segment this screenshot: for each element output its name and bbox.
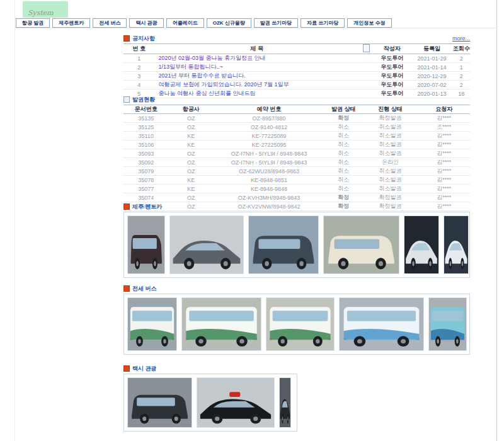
booking-cell: 35125 (123, 123, 169, 132)
notice-author: 우도투어 (373, 63, 411, 72)
taxi-photo[interactable] (197, 377, 275, 428)
van-photo[interactable] (127, 215, 165, 274)
suv-photo[interactable] (323, 215, 399, 274)
bus-photo[interactable] (181, 297, 261, 351)
notice-title-link[interactable]: 여행공제 보험에 가입되었습니다. 2020년 7월 1일부 (159, 81, 289, 88)
booking-row: 35074OZOZ-KVH3MH/8948-9843확정확정발권김**** (123, 193, 470, 202)
booking-col: 요청자 (418, 105, 471, 114)
rentcar-bullet-icon (123, 203, 130, 210)
booking-cell: 취소 (324, 132, 363, 140)
notice-title: 여행공제 보험에 가입되었습니다. 2020년 7월 1일부 (155, 81, 360, 89)
booking-cell: OZ (169, 158, 214, 167)
notice-title: 2020년 02월-03월 중나눔 휴가일정표 안내 (155, 54, 360, 63)
booking-cell: KE (169, 132, 214, 140)
main-nav: 항공 발권제주렌트카전세 버스택시 관광어클레이드OZK 신규물량발권 쓰기마당… (15, 18, 497, 28)
notice-header: 공지사항 more... (123, 35, 470, 42)
bus-photo[interactable] (339, 297, 424, 351)
booking-cell: 취소발권 (363, 149, 418, 158)
notice-title: 1/13일부터 통합됩니다..~ (155, 63, 360, 72)
booking-cell: 35079 (123, 167, 169, 176)
booking-row: 35110KEKE-77225089취소취소발권김**** (123, 132, 470, 140)
booking-cell: 김**** (418, 185, 471, 193)
sedan-photo[interactable] (279, 377, 291, 428)
bus-photo[interactable] (127, 297, 177, 351)
notice-title-link[interactable]: 2020년 02월-03월 중나눔 휴가일정표 안내 (159, 55, 266, 61)
nav-tab-2[interactable]: 제주렌트카 (52, 18, 90, 28)
nav-tab-9[interactable]: 개인정보 수정 (347, 18, 391, 28)
notice-no: 3 (123, 72, 155, 81)
notice-title-link[interactable]: 1/13일부터 통합됩니다..~ (159, 64, 223, 70)
booking-cell: OZ (169, 123, 214, 132)
booking-row: 35106KEKE-27225095취소취소발권김**** (123, 140, 470, 149)
notice-author: 우도투어 (373, 81, 411, 89)
notice-attach (359, 72, 373, 81)
booking-cell: 김**** (418, 193, 471, 202)
notice-row: 12020년 02월-03월 중나눔 휴가일정표 안내우도투어2021-01-2… (123, 54, 470, 63)
notice-no: 4 (123, 81, 155, 89)
nav-tab-5[interactable]: 어클레이드 (166, 18, 204, 28)
notice-date: 2021-01-29 (411, 54, 453, 63)
booking-cell: 확정 (324, 193, 363, 202)
booking-cell: 35093 (123, 149, 169, 158)
bus-header: 전세 버스 (123, 285, 470, 292)
rentcar-gallery (123, 212, 470, 278)
notice-author: 우도투어 (373, 54, 411, 63)
notice-views: 2 (453, 54, 471, 63)
notice-title-link[interactable]: 2021년 부터 통합수수료 받습니다. (159, 72, 246, 79)
sedan-photo[interactable] (404, 215, 439, 274)
taxi-header: 택시 관광 (123, 365, 470, 372)
booking-cell: KE (169, 176, 214, 185)
suv-photo[interactable] (248, 215, 319, 274)
bus-title: 전세 버스 (132, 285, 157, 293)
notice-section: 공지사항 more... 번 호 제 목 작성자 등록일 조회수 12020년 … (123, 35, 470, 98)
booking-cell: 확정발권 (363, 114, 418, 123)
booking-table-header: 문서번호항공사예약 번호발권 상태진행 상태요청자 (123, 105, 470, 114)
nav-tab-1[interactable]: 항공 발권 (16, 18, 50, 28)
booking-cell: 취소 (324, 167, 363, 176)
booking-cell: 취소 (324, 149, 363, 158)
booking-cell: 35074 (123, 193, 169, 202)
notice-views: 1 (453, 63, 471, 72)
nav-tab-8[interactable]: 자료 쓰기마당 (301, 18, 345, 28)
booking-cell: KE-8948-9851 (214, 176, 324, 185)
booking-row: 35092OZOZ-I7NH - 5IYL9I / 8948-9843취소온라인… (123, 158, 470, 167)
sedan-photo[interactable] (169, 215, 244, 274)
booking-cell: 취소발권 (363, 176, 418, 185)
nav-tab-4[interactable]: 택시 관광 (129, 18, 163, 28)
notice-table: 번 호 제 목 작성자 등록일 조회수 12020년 02월-03월 중나눔 휴… (123, 43, 470, 98)
suv-photo[interactable] (127, 377, 192, 428)
notice-row: 4여행공제 보험에 가입되었습니다. 2020년 7월 1일부우도투어2020-… (123, 81, 470, 89)
rentcar-title: 제주 렌트카 (132, 203, 163, 211)
nav-tab-7[interactable]: 발권 쓰기마당 (254, 18, 298, 28)
document-icon (363, 44, 370, 52)
bus-photo[interactable] (266, 297, 335, 351)
col-attachment (359, 44, 373, 54)
logo-text: System (28, 9, 54, 17)
booking-cell: OZ (169, 167, 214, 176)
bus-gallery (123, 294, 470, 355)
booking-cell: 35106 (123, 140, 169, 149)
booking-cell: OZ-KVH3MH/8948-9843 (214, 193, 324, 202)
notice-bullet-icon (123, 35, 130, 42)
booking-cell: 35135 (123, 114, 169, 123)
booking-cell: 35077 (123, 185, 169, 193)
booking-cell: 취소발권 (363, 185, 418, 193)
notice-no: 1 (123, 54, 155, 63)
booking-cell: 취소 (324, 123, 363, 132)
booking-row: 35078KEKE-8948-9851취소취소발권김**** (123, 176, 470, 185)
bus-bullet-icon (123, 285, 130, 292)
col-no: 번 호 (123, 44, 155, 54)
nav-tab-6[interactable]: OZK 신규물량 (207, 18, 251, 28)
booking-cell: 김**** (418, 114, 471, 123)
booking-cell: OZ-I7NH - 5IYL9I / 8948-9843 (214, 158, 324, 167)
col-views: 조회수 (453, 44, 471, 54)
more-link[interactable]: more... (452, 35, 470, 42)
sedan-photo[interactable] (444, 215, 469, 274)
site-logo[interactable]: System (23, 1, 68, 18)
booking-col: 진행 상태 (363, 105, 418, 114)
notice-date: 2020-12-29 (411, 72, 453, 81)
booking-col: 항공사 (169, 105, 214, 114)
booking-row: 35125OZOZ-9140-4812취소취소발권조**** (123, 123, 470, 132)
bus-photo[interactable] (428, 297, 467, 351)
nav-tab-3[interactable]: 전세 버스 (93, 18, 127, 28)
